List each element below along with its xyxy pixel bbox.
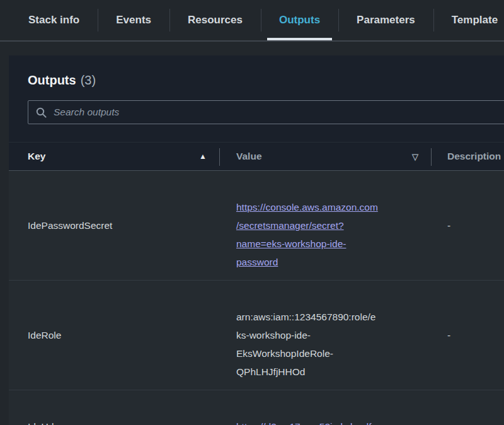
output-description: -: [431, 220, 504, 231]
output-description: -: [431, 330, 504, 341]
column-header-value-label: Value: [236, 151, 262, 162]
stack-detail-tabs: Stack info Events Resources Outputs Para…: [0, 0, 504, 42]
column-header-key-label: Key: [28, 151, 45, 162]
output-value-cell: https://console.aws.amazon.com /secretsm…: [219, 171, 431, 280]
outputs-panel-header: Outputs(3): [9, 55, 504, 142]
table-row: IdeUrl https://d2cm17mep53jml.cloudf ron…: [9, 390, 504, 425]
search-icon: [36, 107, 47, 118]
tab-outputs[interactable]: Outputs: [261, 0, 338, 40]
outputs-panel: Outputs(3) Key ▲ Value ▽ Description Ide…: [9, 55, 504, 425]
column-header-description-label: Description: [447, 151, 501, 162]
output-key: IdeUrl: [9, 421, 219, 425]
output-value-cell: https://d2cm17mep53jml.cloudf ront.net: [219, 390, 431, 425]
output-key: IdePasswordSecret: [9, 220, 219, 231]
output-value-link[interactable]: https://d2cm17mep53jml.cloudf ront.net: [236, 421, 372, 425]
tab-parameters[interactable]: Parameters: [338, 0, 433, 40]
search-outputs-box: [28, 100, 504, 124]
outputs-count-badge: (3): [81, 73, 96, 87]
outputs-table-header: Key ▲ Value ▽ Description: [9, 142, 504, 171]
column-header-value[interactable]: Value ▽: [219, 143, 431, 170]
table-row: IdeRole arn:aws:iam::1234567890:role/e k…: [9, 280, 504, 390]
sort-ascending-icon: ▲: [199, 153, 207, 160]
search-input[interactable]: [52, 106, 504, 119]
output-value-link[interactable]: https://console.aws.amazon.com /secretsm…: [236, 202, 378, 267]
output-description: -: [431, 421, 504, 425]
table-row: IdePasswordSecret https://console.aws.am…: [9, 171, 504, 280]
output-value-cell: arn:aws:iam::1234567890:role/e ks-worksh…: [219, 281, 431, 390]
outputs-table-body: IdePasswordSecret https://console.aws.am…: [9, 171, 504, 425]
tab-resources[interactable]: Resources: [169, 0, 261, 40]
tab-template[interactable]: Template: [433, 0, 504, 40]
column-header-key[interactable]: Key ▲: [9, 143, 219, 170]
sort-none-icon: ▽: [412, 153, 418, 161]
column-header-description[interactable]: Description: [431, 143, 504, 170]
tab-events[interactable]: Events: [98, 0, 169, 40]
tab-stack-info[interactable]: Stack info: [10, 0, 98, 40]
output-value-text: arn:aws:iam::1234567890:role/e ks-worksh…: [236, 311, 375, 377]
output-key: IdeRole: [9, 330, 219, 341]
page-title-text: Outputs: [28, 73, 76, 87]
page-title: Outputs(3): [28, 73, 504, 88]
